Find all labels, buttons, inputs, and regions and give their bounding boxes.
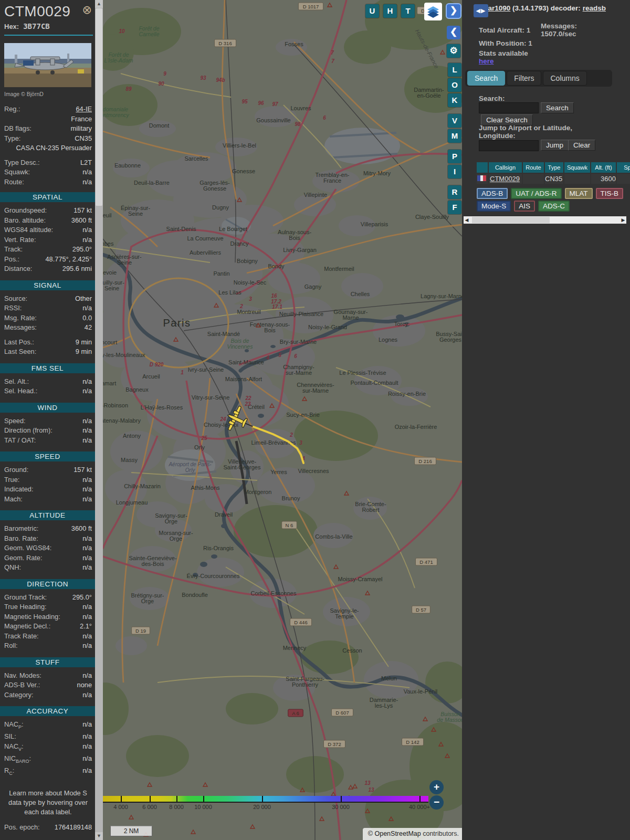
map-button-R[interactable]: R [448, 185, 461, 199]
source-badge-ADSB[interactable]: ADS-B [477, 188, 508, 199]
aircraft-photo[interactable] [4, 43, 91, 87]
flag-icon [477, 174, 488, 184]
tar1090-app: CTM0029 ⊗ Hex:3B77CB Image © Bj [0, 0, 630, 840]
section-header: STUFF [0, 657, 95, 667]
jump-button[interactable]: Jump [541, 140, 569, 151]
scroll-down-icon[interactable]: ▼ [95, 832, 103, 840]
map-button-P[interactable]: P [448, 150, 461, 163]
data-row: TAT / OAT:n/a [4, 436, 92, 446]
map-button-M[interactable]: M [448, 129, 461, 143]
total-aircraft-stat: Total Aircraft: 1 [479, 26, 530, 34]
column-header-Type[interactable]: Type [545, 162, 563, 173]
hscrollbar-thumb[interactable] [472, 217, 550, 223]
scroll-left-icon[interactable]: ◀ [464, 216, 470, 224]
close-icon[interactable]: ⊗ [82, 4, 92, 16]
map-button-L[interactable]: L [448, 63, 461, 77]
map-canvas[interactable]: FossesLouvresDammartin-en-GoëleGoussainv… [103, 0, 462, 840]
search-input[interactable] [479, 102, 539, 113]
cell-sp [617, 174, 630, 184]
sidebar-scrollbar[interactable]: ▲ ▼ [95, 0, 103, 840]
map-button-U[interactable]: U [365, 4, 379, 18]
data-value: n/a [82, 225, 92, 235]
map-button-T[interactable]: T [401, 4, 415, 18]
data-value: n/a [82, 563, 92, 573]
source-badge-MLAT[interactable]: MLAT [565, 188, 593, 199]
data-value: n/a [82, 426, 92, 436]
scroll-up-icon[interactable]: ▲ [95, 0, 103, 8]
source-badge-TISB[interactable]: TIS-B [596, 188, 624, 199]
data-row: Source:Other [4, 294, 92, 304]
column-header-Sp[interactable]: Sp [617, 162, 630, 173]
source-badge-ModeS[interactable]: Mode-S [477, 201, 511, 212]
layers-button[interactable] [424, 3, 442, 20]
cell-squawk [564, 174, 590, 184]
data-value: Other [75, 294, 92, 304]
cell-altft: 3600 [591, 174, 616, 184]
section-header: SPATIAL [0, 192, 95, 202]
legend-tick-label: 6 000 [142, 804, 157, 810]
jump-input[interactable] [479, 140, 539, 151]
data-row: Barometric:3600 ft [4, 524, 92, 534]
map-button-I[interactable]: I [448, 165, 461, 178]
data-row: Last Seen:9 min [4, 347, 92, 357]
data-row: True:n/a [4, 475, 92, 485]
data-row: Msg. Rate:0.0 [4, 313, 92, 323]
data-value: n/a [82, 671, 92, 681]
column-header-Squawk[interactable]: Squawk [564, 162, 590, 173]
column-header-flag[interactable] [477, 162, 488, 173]
data-value: CASA CN-235 Persuader [16, 143, 92, 153]
search-button[interactable]: Search [541, 102, 574, 113]
pos-epoch-label: Pos. epoch: [4, 823, 40, 833]
data-row: NACV:n/a [4, 742, 92, 754]
table-row[interactable]: CTM0029CN353600 [477, 173, 630, 184]
source-badge-UATADSR[interactable]: UAT / ADS-R [511, 188, 561, 199]
legend-tick-label: 10 000 [194, 804, 212, 810]
source-badge-ADSC[interactable]: ADS-C [538, 201, 570, 212]
source-badge-AIS[interactable]: AIS [514, 201, 535, 212]
map-button-O[interactable]: O [448, 78, 461, 92]
data-value: n/a [82, 167, 92, 177]
map-button-V[interactable]: V [448, 114, 461, 128]
column-header-Alt. (ft)[interactable]: Alt. (ft) [591, 162, 616, 173]
data-row: Magnetic Heading:n/a [4, 612, 92, 622]
data-row: Mach:n/a [4, 495, 92, 505]
data-value: n/a [82, 485, 92, 495]
data-row: Track:295.0° [4, 245, 92, 255]
data-value: n/a [82, 690, 92, 700]
data-value: n/a [82, 543, 92, 553]
data-value[interactable]: 64-IE [76, 104, 92, 114]
tab-filters[interactable]: Filters [507, 71, 541, 86]
scrollbar-thumb[interactable] [96, 8, 102, 206]
jump-clear-button[interactable]: Clear [568, 140, 595, 151]
column-header-Route[interactable]: Route [523, 162, 544, 173]
readsb-link[interactable]: readsb [583, 4, 606, 12]
stats-here-link[interactable]: here [479, 57, 494, 65]
scroll-right-icon[interactable]: ▶ [620, 216, 626, 224]
sidebar-toggle-arrows-button[interactable]: ◀▶ [474, 4, 488, 17]
column-header-Callsign[interactable]: Callsign [489, 162, 522, 173]
tab-search[interactable]: Search [467, 71, 505, 86]
map-button-H[interactable]: H [383, 4, 397, 18]
section-header: WIND [0, 403, 95, 413]
data-value: n/a [82, 377, 92, 387]
cell-route [523, 174, 544, 184]
settings-gear-button[interactable]: ⚙ [447, 44, 460, 58]
tar1090-link[interactable]: tar1090 [486, 4, 510, 12]
data-value: 48.775°, 2.425° [45, 255, 92, 265]
data-row: Type Desc.:L2T [4, 158, 92, 168]
panel-expand-button[interactable]: ❯ [447, 4, 460, 18]
osm-link[interactable]: © OpenStreetMap [368, 830, 421, 837]
cell-callsign[interactable]: CTM0029 [489, 174, 522, 184]
zoom-out-button[interactable]: − [429, 795, 444, 810]
zoom-in-button[interactable]: + [429, 780, 444, 794]
aircraft-detail-sidebar: CTM0029 ⊗ Hex:3B77CB Image © Bj [0, 0, 95, 840]
data-value: 3600 ft [71, 216, 92, 226]
map-button-F[interactable]: F [448, 201, 461, 214]
section-header: SPEED [0, 452, 95, 461]
map-button-K[interactable]: K [448, 93, 461, 107]
panel-collapse-button[interactable]: ❮ [447, 26, 460, 39]
tab-columns[interactable]: Columns [543, 71, 586, 86]
data-value: n/a [82, 632, 92, 642]
table-horizontal-scrollbar[interactable]: ◀ ▶ [464, 216, 626, 224]
legend-tick-label: 4 000 [113, 804, 128, 810]
